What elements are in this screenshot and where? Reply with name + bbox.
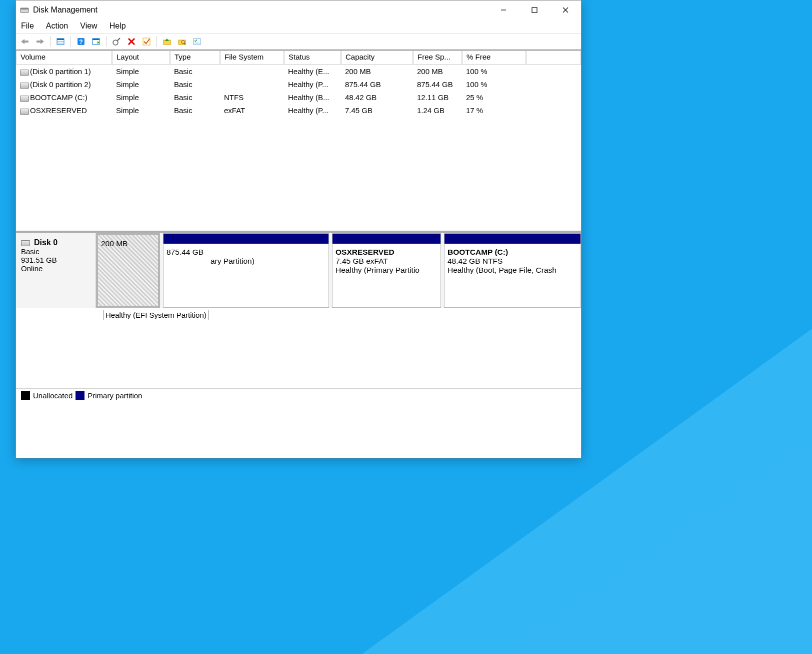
properties-icon[interactable] <box>54 36 66 48</box>
cell-pct: 17 % <box>462 106 526 115</box>
close-button[interactable] <box>550 1 581 20</box>
cell-type: Basic <box>170 106 220 115</box>
svg-rect-29 <box>194 39 200 45</box>
cell-pct: 100 % <box>462 67 526 76</box>
refresh-icon[interactable] <box>90 36 102 48</box>
partition-block[interactable]: BOOTCAMP (C:) 48.42 GB NTFS Healthy (Boo… <box>444 233 581 308</box>
svg-text:?: ? <box>79 39 82 46</box>
cell-volume: (Disk 0 partition 2) <box>30 80 91 89</box>
disk-row: Disk 0 Basic 931.51 GB Online 200 MB <box>16 233 581 308</box>
volume-icon <box>20 70 28 75</box>
cell-type: Basic <box>170 93 220 102</box>
legend-primary: Primary partition <box>88 391 142 400</box>
cell-layout: Simple <box>112 93 170 102</box>
cell-fs: NTFS <box>220 93 284 102</box>
partition-stripe <box>444 234 580 244</box>
table-row[interactable]: BOOTCAMP (C:) Simple Basic NTFS Healthy … <box>16 91 581 104</box>
cell-fs <box>220 71 284 72</box>
delete-icon[interactable] <box>126 36 138 48</box>
partition-size: 875.44 GB <box>166 248 326 257</box>
check-icon[interactable] <box>140 36 152 48</box>
cell-layout: Simple <box>112 106 170 115</box>
svg-point-19 <box>113 40 118 45</box>
partition-status: Healthy (Boot, Page File, Crash <box>448 266 578 275</box>
table-row[interactable]: (Disk 0 partition 1) Simple Basic Health… <box>16 65 581 78</box>
partition-size: 200 MB <box>101 239 155 248</box>
svg-rect-17 <box>92 39 100 40</box>
folder-search-icon[interactable] <box>176 36 188 48</box>
partition-block[interactable]: OSXRESERVED 7.45 GB exFAT Healthy (Prima… <box>332 233 441 308</box>
menu-file[interactable]: File <box>21 22 34 31</box>
cell-free: 875.44 GB <box>413 80 462 89</box>
partition-name: OSXRESERVED <box>336 248 438 257</box>
volume-rows: (Disk 0 partition 1) Simple Basic Health… <box>16 65 581 231</box>
tooltip: Healthy (EFI System Partition) <box>103 310 209 320</box>
col-status[interactable]: Status <box>284 51 341 65</box>
window-title: Disk Management <box>33 6 98 15</box>
cell-type: Basic <box>170 80 220 89</box>
cell-pct: 25 % <box>462 93 526 102</box>
volume-list: Volume Layout Type File System Status Ca… <box>16 50 581 232</box>
menu-action[interactable]: Action <box>46 22 68 31</box>
partition-stripe <box>332 234 440 244</box>
col-pctfree[interactable]: % Free <box>462 51 526 65</box>
disk-type: Basic <box>21 247 90 256</box>
cell-status: Healthy (P... <box>284 106 341 115</box>
cell-layout: Simple <box>112 67 170 76</box>
list-check-icon[interactable] <box>191 36 203 48</box>
disk-label[interactable]: Disk 0 Basic 931.51 GB Online <box>16 233 96 308</box>
folder-up-icon[interactable] <box>161 36 173 48</box>
cell-capacity: 200 MB <box>341 67 413 76</box>
disk-name: Disk 0 <box>34 238 58 247</box>
disk-management-window: Disk Management File Action View Help ? <box>16 0 582 458</box>
col-filesystem[interactable]: File System <box>220 51 284 65</box>
cell-volume: OSXRESERVED <box>30 106 87 115</box>
cell-capacity: 48.42 GB <box>341 93 413 102</box>
disk-size: 931.51 GB <box>21 256 90 264</box>
col-volume[interactable]: Volume <box>16 51 112 65</box>
partition-block[interactable]: 875.44 GB ary Partition) <box>163 233 329 308</box>
wizard-icon[interactable] <box>110 36 122 48</box>
disk-icon <box>21 240 29 245</box>
minimize-button[interactable] <box>488 1 519 20</box>
help-icon[interactable]: ? <box>75 36 87 48</box>
table-row[interactable]: OSXRESERVED Simple Basic exFAT Healthy (… <box>16 104 581 117</box>
col-freespace[interactable]: Free Sp... <box>413 51 462 65</box>
cell-free: 200 MB <box>413 67 462 76</box>
partition-status: Healthy (Primary Partitio <box>336 266 438 275</box>
partition-name: BOOTCAMP (C:) <box>448 248 578 257</box>
disk-panel: Disk 0 Basic 931.51 GB Online 200 MB <box>16 232 581 402</box>
back-button[interactable] <box>19 36 31 48</box>
svg-marker-8 <box>21 39 28 44</box>
maximize-button[interactable] <box>519 1 550 20</box>
menu-help[interactable]: Help <box>110 22 126 31</box>
cell-volume: (Disk 0 partition 1) <box>30 67 91 76</box>
col-type[interactable]: Type <box>170 51 220 65</box>
cell-capacity: 875.44 GB <box>341 80 413 89</box>
app-icon <box>20 6 29 15</box>
menu-view[interactable]: View <box>80 22 97 31</box>
column-headers: Volume Layout Type File System Status Ca… <box>16 51 581 65</box>
legend-swatch-primary <box>76 391 84 400</box>
col-capacity[interactable]: Capacity <box>341 51 413 65</box>
menubar: File Action View Help <box>16 20 581 34</box>
cell-free: 1.24 GB <box>413 106 462 115</box>
cell-layout: Simple <box>112 80 170 89</box>
svg-rect-11 <box>57 39 64 40</box>
disk-partitions: 200 MB 875.44 GB ary Partition) OSXRESER… <box>96 233 581 308</box>
partition-size: 48.42 GB NTFS <box>448 257 578 266</box>
volume-icon <box>20 96 28 101</box>
forward-button[interactable] <box>34 36 46 48</box>
cell-fs: exFAT <box>220 106 284 115</box>
svg-rect-5 <box>532 8 537 13</box>
col-layout[interactable]: Layout <box>112 51 170 65</box>
svg-line-20 <box>118 38 120 41</box>
partition-block[interactable]: 200 MB <box>96 233 160 308</box>
cell-status: Healthy (B... <box>284 93 341 102</box>
partition-stripe <box>164 234 328 244</box>
titlebar[interactable]: Disk Management <box>16 1 581 20</box>
cell-type: Basic <box>170 67 220 76</box>
svg-rect-3 <box>20 8 28 10</box>
table-row[interactable]: (Disk 0 partition 2) Simple Basic Health… <box>16 78 581 91</box>
volume-icon <box>20 109 28 114</box>
